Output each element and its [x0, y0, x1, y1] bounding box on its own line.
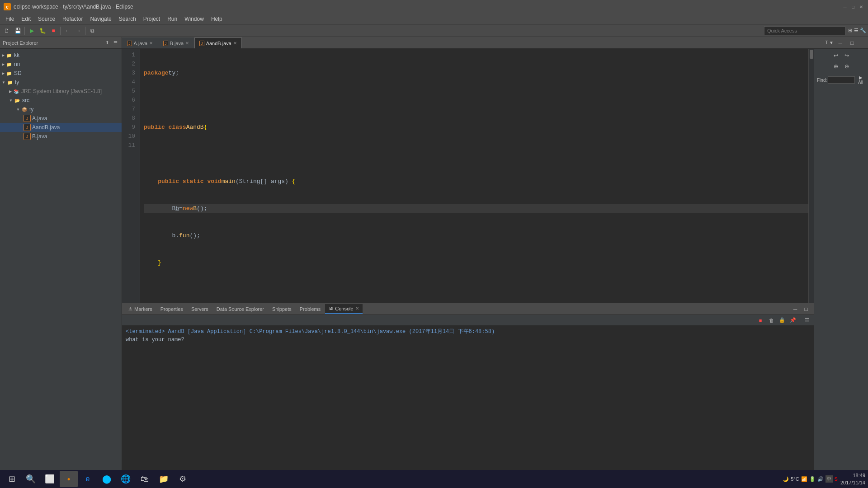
- tab-label-snippets: Snippets: [272, 306, 292, 312]
- search-button[interactable]: 🔍: [22, 471, 40, 487]
- console-toolbar-sep: [800, 316, 800, 324]
- explorer-button[interactable]: 📁: [155, 471, 173, 487]
- start-button[interactable]: ⊞: [3, 471, 21, 487]
- store-button[interactable]: 🛍: [136, 471, 154, 487]
- menu-navigate[interactable]: Navigate: [86, 15, 115, 23]
- tab-bjava[interactable]: J B.java ✕: [158, 38, 194, 48]
- browser-button[interactable]: 🌐: [117, 471, 135, 487]
- tree-item-ty[interactable]: ▼ 📁 ty: [0, 78, 122, 87]
- right-min-button[interactable]: ─: [835, 38, 845, 48]
- tree-item-bjava[interactable]: J B.java: [0, 132, 122, 141]
- main-layout: Project Explorer ⬆ ☰ ▶ 📁 kk ▶ 📁 nn ▶ �: [0, 37, 868, 474]
- tree-item-ajava[interactable]: J A.java: [0, 114, 122, 123]
- tab-label-properties: Properties: [160, 306, 183, 312]
- tree-item-sd[interactable]: ▶ 📁 SD: [0, 69, 122, 78]
- menu-file[interactable]: File: [2, 15, 18, 23]
- tray-network-icon: 📶: [801, 476, 807, 482]
- save-button[interactable]: 💾: [13, 26, 23, 36]
- rt-btn-3[interactable]: ⊕: [831, 61, 841, 71]
- tab-label-ajava: A.java: [134, 41, 148, 46]
- console-min-button[interactable]: ─: [790, 304, 800, 314]
- eclipse-taskbar-button[interactable]: ●: [60, 471, 78, 487]
- tree-item-nn[interactable]: ▶ 📁 nn: [0, 60, 122, 69]
- terminate-button[interactable]: ■: [755, 315, 765, 325]
- code-line-2: [144, 96, 810, 105]
- back-button[interactable]: ←: [62, 26, 72, 36]
- cortana-button[interactable]: ⬤: [98, 471, 116, 487]
- menu-project[interactable]: Project: [140, 15, 164, 23]
- tab-close-console[interactable]: ✕: [355, 306, 359, 311]
- pe-menu-button[interactable]: ☰: [112, 39, 119, 47]
- pe-collapse-button[interactable]: ⬆: [104, 39, 111, 47]
- menu-edit[interactable]: Edit: [18, 15, 34, 23]
- window-controls[interactable]: ─ □ ✕: [842, 4, 864, 10]
- tab-properties[interactable]: Properties: [157, 304, 187, 314]
- find-input[interactable]: [828, 76, 855, 84]
- menu-source[interactable]: Source: [34, 15, 59, 23]
- quick-access-section: ⊞ ☰ 🔧: [764, 26, 866, 35]
- tab-problems[interactable]: Problems: [296, 304, 324, 314]
- console-menu-button[interactable]: ☰: [802, 315, 812, 325]
- tree-item-src[interactable]: ▼ 📂 src: [0, 96, 122, 105]
- scroll-thumb[interactable]: [810, 50, 813, 59]
- tree-label-ty: ty: [15, 79, 19, 85]
- tab-console[interactable]: 🖥 Console ✕: [325, 304, 362, 314]
- tray-area: 🌙 5°C 📶 🔋 🔊 中 S: [783, 475, 838, 483]
- settings-button[interactable]: ⚙: [174, 471, 192, 487]
- toolbar-separator-3: [85, 27, 85, 35]
- console-output: <terminated> AandB [Java Application] C:…: [122, 326, 814, 474]
- menu-search[interactable]: Search: [115, 15, 140, 23]
- clock-time: 18:49: [840, 472, 865, 479]
- code-editor[interactable]: package ty; public class AandB { public …: [140, 49, 814, 303]
- window-title: eclipse-workspace - ty/src/ty/AandB.java…: [14, 4, 842, 10]
- quick-access-input[interactable]: [764, 26, 845, 35]
- tree-item-ty-package[interactable]: ▼ 📦 ty: [0, 105, 122, 114]
- right-max-button[interactable]: □: [847, 38, 857, 48]
- menu-window[interactable]: Window: [181, 15, 208, 23]
- tab-ajava[interactable]: J A.java ✕: [122, 38, 158, 48]
- editor-scrollbar[interactable]: [808, 49, 814, 303]
- console-tab-controls: ─ □: [790, 304, 811, 314]
- tab-servers[interactable]: Servers: [188, 304, 212, 314]
- tab-aandb[interactable]: J AandB.java ✕: [194, 38, 242, 48]
- find-all-label: ▶ All: [856, 75, 865, 85]
- menu-refactor[interactable]: Refactor: [59, 15, 86, 23]
- tree-item-jre[interactable]: ▶ 📚 JRE System Library [JavaSE-1.8]: [0, 87, 122, 96]
- task-view-button[interactable]: ⬜: [41, 471, 59, 487]
- stop-button[interactable]: ■: [48, 26, 58, 36]
- tab-markers[interactable]: ⚠ Markers: [125, 304, 156, 314]
- console-max-button[interactable]: □: [801, 304, 811, 314]
- menu-run[interactable]: Run: [164, 15, 181, 23]
- expand-icon-kk: ▶: [2, 53, 5, 57]
- editor-area[interactable]: 1 2 3 4 5 6 7 8 9 10 11 package ty; publ…: [122, 49, 814, 303]
- run-button[interactable]: ▶: [27, 26, 37, 36]
- right-toolbar-row1: ↩ ↪: [816, 51, 866, 61]
- tree-label-src: src: [22, 97, 29, 103]
- tree-label-nn: nn: [14, 61, 20, 67]
- tree-label-ajava: A.java: [32, 115, 47, 122]
- new-button[interactable]: 🗋: [2, 26, 12, 36]
- menu-help[interactable]: Help: [208, 15, 226, 23]
- tab-close-ajava[interactable]: ✕: [149, 41, 153, 46]
- maximize-button[interactable]: □: [850, 4, 856, 10]
- tree-item-kk[interactable]: ▶ 📁 kk: [0, 51, 122, 60]
- tab-close-aandb[interactable]: ✕: [233, 41, 237, 46]
- perspective-button[interactable]: ⧉: [87, 26, 97, 36]
- tree-item-aandb[interactable]: J AandB.java: [0, 123, 122, 132]
- scroll-lock-button[interactable]: 🔒: [777, 315, 787, 325]
- tab-snippets[interactable]: Snippets: [269, 304, 295, 314]
- ie-button[interactable]: e: [79, 471, 97, 487]
- right-toolbar-row2: ⊕ ⊖: [816, 61, 866, 71]
- rt-btn-1[interactable]: ↩: [831, 51, 841, 61]
- tab-close-bjava[interactable]: ✕: [185, 41, 189, 46]
- rt-btn-4[interactable]: ⊖: [842, 61, 852, 71]
- close-button[interactable]: ✕: [858, 4, 864, 10]
- project-explorer-title: Project Explorer: [3, 40, 104, 46]
- forward-button[interactable]: →: [73, 26, 83, 36]
- tab-datasource[interactable]: Data Source Explorer: [213, 304, 268, 314]
- rt-btn-2[interactable]: ↪: [842, 51, 852, 61]
- debug-button[interactable]: 🐛: [38, 26, 47, 36]
- clear-console-button[interactable]: 🗑: [766, 315, 776, 325]
- pin-button[interactable]: 📌: [788, 315, 798, 325]
- minimize-button[interactable]: ─: [842, 4, 848, 10]
